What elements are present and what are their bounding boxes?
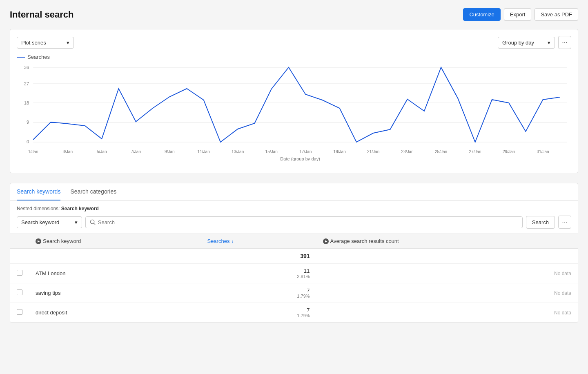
col-searches[interactable]: Searches ↓ bbox=[200, 234, 316, 249]
svg-text:1/Jan: 1/Jan bbox=[28, 149, 38, 154]
chart-more-button[interactable]: ··· bbox=[558, 36, 571, 49]
page-header: Internal search Customize Export Save as… bbox=[10, 8, 578, 21]
legend-line-icon bbox=[17, 57, 25, 58]
checkbox-icon[interactable] bbox=[17, 289, 22, 295]
avg-results-cell-3: No data bbox=[316, 303, 578, 323]
search-button[interactable]: Search bbox=[526, 216, 555, 229]
legend-label: Searches bbox=[27, 54, 50, 60]
searches-cell-1: 11 2.81% bbox=[200, 264, 316, 283]
save-as-pdf-button[interactable]: Save as PDF bbox=[535, 8, 578, 21]
svg-text:18: 18 bbox=[24, 100, 29, 105]
table-section: Search keywords Search categories Nested… bbox=[10, 183, 578, 323]
line-chart-svg: 36 27 18 9 0 1/Jan 3/Jan 5/Jan 7/Jan 9/J… bbox=[17, 63, 571, 161]
avg-results-icon bbox=[323, 238, 329, 244]
svg-text:5/Jan: 5/Jan bbox=[97, 149, 107, 154]
svg-text:11/Jan: 11/Jan bbox=[198, 149, 210, 154]
header-actions: Customize Export Save as PDF bbox=[463, 8, 578, 21]
checkbox-icon[interactable] bbox=[17, 270, 22, 276]
search-input[interactable] bbox=[98, 219, 518, 225]
svg-text:9/Jan: 9/Jan bbox=[165, 149, 175, 154]
col-search-keyword: Search keyword bbox=[29, 234, 200, 249]
page-container: Internal search Customize Export Save as… bbox=[0, 0, 588, 374]
svg-text:23/Jan: 23/Jan bbox=[401, 149, 414, 154]
sort-arrow-icon: ↓ bbox=[231, 239, 234, 244]
keyword-cell-1: ATM London bbox=[29, 264, 200, 283]
chart-line bbox=[33, 67, 560, 142]
search-keyword-dropdown[interactable]: Search keyword ▾ bbox=[17, 216, 82, 228]
search-bar: Search keyword ▾ Search ··· bbox=[17, 216, 571, 229]
searches-cell-3: 7 1.79% bbox=[200, 303, 316, 323]
svg-text:21/Jan: 21/Jan bbox=[367, 149, 379, 154]
search-icon bbox=[90, 219, 96, 225]
avg-results-cell-1: No data bbox=[316, 264, 578, 283]
tabs-container: Search keywords Search categories bbox=[10, 183, 578, 201]
plot-series-dropdown[interactable]: Plot series ▾ bbox=[17, 37, 74, 49]
svg-text:7/Jan: 7/Jan bbox=[131, 149, 141, 154]
table-row: ATM London 11 2.81% No data bbox=[10, 264, 578, 283]
chevron-down-icon-2: ▾ bbox=[548, 40, 550, 46]
svg-text:13/Jan: 13/Jan bbox=[232, 149, 244, 154]
svg-text:36: 36 bbox=[24, 65, 29, 70]
table-row: direct deposit 7 1.79% No data bbox=[10, 303, 578, 323]
table-header-row: Search keyword Searches ↓ Average search… bbox=[10, 234, 578, 249]
svg-text:31/Jan: 31/Jan bbox=[537, 149, 549, 154]
total-avg-results bbox=[316, 249, 578, 264]
keyword-cell-3: direct deposit bbox=[29, 303, 200, 323]
total-row: 391 bbox=[10, 249, 578, 264]
total-keyword bbox=[29, 249, 200, 264]
svg-text:17/Jan: 17/Jan bbox=[299, 149, 312, 154]
col-avg-results: Average search results count bbox=[316, 234, 578, 249]
chart-container: Plot series ▾ Group by day ▾ ··· Searche… bbox=[10, 29, 578, 173]
chart-area: 36 27 18 9 0 1/Jan 3/Jan 5/Jan 7/Jan 9/J… bbox=[17, 63, 571, 169]
keyword-cell-2: saving tips bbox=[29, 283, 200, 303]
svg-text:9: 9 bbox=[27, 120, 29, 125]
chart-toolbar: Plot series ▾ Group by day ▾ ··· bbox=[17, 36, 571, 49]
chart-toolbar-right: Group by day ▾ ··· bbox=[498, 36, 571, 49]
chevron-down-icon-3: ▾ bbox=[75, 219, 78, 225]
results-table: Search keyword Searches ↓ Average search… bbox=[10, 234, 578, 323]
row-checkbox-2[interactable] bbox=[10, 283, 29, 303]
chevron-down-icon: ▾ bbox=[67, 40, 69, 46]
chart-legend: Searches bbox=[17, 54, 571, 60]
customize-button[interactable]: Customize bbox=[463, 8, 500, 21]
table-toolbar: Nested dimensions: Search keyword Search… bbox=[10, 201, 578, 234]
group-by-dropdown[interactable]: Group by day ▾ bbox=[498, 37, 555, 49]
avg-results-cell-2: No data bbox=[316, 283, 578, 303]
nested-dimensions-label: Nested dimensions: Search keyword bbox=[17, 206, 571, 211]
tab-search-keywords[interactable]: Search keywords bbox=[17, 183, 60, 200]
row-checkbox-1[interactable] bbox=[10, 264, 29, 283]
svg-text:25/Jan: 25/Jan bbox=[435, 149, 447, 154]
svg-line-28 bbox=[94, 223, 95, 225]
page-title: Internal search bbox=[10, 9, 74, 20]
searches-cell-2: 7 1.79% bbox=[200, 283, 316, 303]
export-button[interactable]: Export bbox=[504, 8, 532, 21]
plot-series-label: Plot series bbox=[21, 40, 46, 46]
group-by-label: Group by day bbox=[502, 40, 534, 46]
svg-text:0: 0 bbox=[27, 139, 29, 144]
row-checkbox-3[interactable] bbox=[10, 303, 29, 323]
search-keyword-icon bbox=[36, 238, 41, 244]
tab-search-categories[interactable]: Search categories bbox=[70, 183, 116, 200]
checkbox-icon[interactable] bbox=[17, 309, 22, 315]
checkbox-col-header bbox=[10, 234, 29, 249]
svg-text:27/Jan: 27/Jan bbox=[469, 149, 481, 154]
svg-text:19/Jan: 19/Jan bbox=[334, 149, 346, 154]
search-input-wrap bbox=[85, 216, 523, 228]
svg-text:27: 27 bbox=[24, 81, 29, 86]
svg-text:Date (group by day): Date (group by day) bbox=[280, 156, 320, 161]
total-check bbox=[10, 249, 29, 264]
total-searches: 391 bbox=[200, 249, 316, 264]
table-more-button[interactable]: ··· bbox=[558, 216, 571, 229]
table-row: saving tips 7 1.79% No data bbox=[10, 283, 578, 303]
svg-text:15/Jan: 15/Jan bbox=[265, 149, 278, 154]
svg-text:3/Jan: 3/Jan bbox=[62, 149, 73, 154]
svg-text:29/Jan: 29/Jan bbox=[503, 149, 515, 154]
